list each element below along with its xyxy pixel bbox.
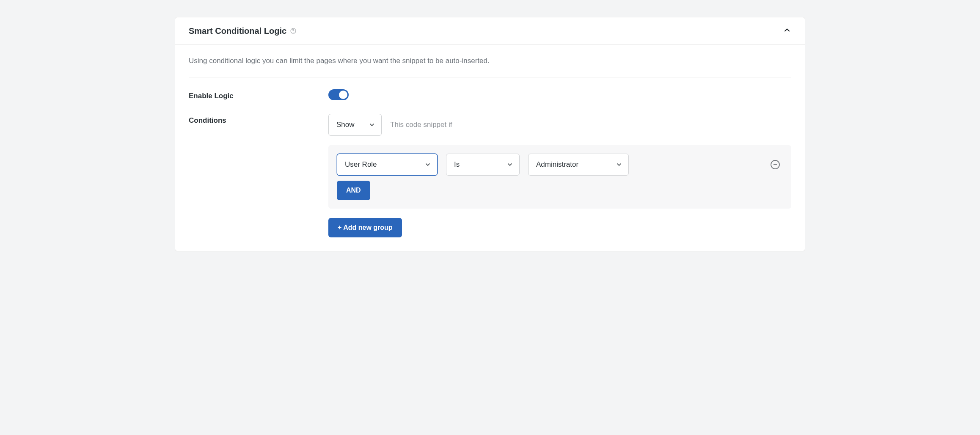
rule-value-select[interactable]: Administrator: [528, 154, 629, 176]
panel-title: Smart Conditional Logic: [189, 26, 286, 36]
enable-logic-label: Enable Logic: [189, 89, 328, 100]
conditions-label: Conditions: [189, 114, 328, 125]
rule-field-value: User Role: [345, 160, 377, 169]
chevron-down-icon: [424, 161, 431, 168]
conditions-content: Show This code snippet if User Role: [328, 114, 791, 237]
panel-title-wrap: Smart Conditional Logic: [189, 26, 297, 36]
toggle-handle: [339, 91, 347, 99]
condition-action-line: Show This code snippet if: [328, 114, 791, 136]
panel-body: Using conditional logic you can limit th…: [175, 45, 805, 251]
condition-rule: User Role Is Administrat: [337, 154, 783, 176]
rule-operator-value: Is: [454, 160, 460, 169]
rule-value-text: Administrator: [536, 160, 578, 169]
condition-helper-text: This code snippet if: [390, 121, 452, 129]
chevron-down-icon: [616, 161, 622, 168]
panel-header[interactable]: Smart Conditional Logic: [175, 17, 805, 45]
enable-logic-toggle[interactable]: [328, 89, 349, 100]
panel-description: Using conditional logic you can limit th…: [189, 57, 791, 77]
action-select[interactable]: Show: [328, 114, 382, 136]
chevron-down-icon: [507, 161, 513, 168]
conditional-logic-panel: Smart Conditional Logic Using conditiona…: [175, 17, 805, 251]
chevron-up-icon[interactable]: [783, 26, 791, 36]
condition-group: User Role Is Administrat: [328, 145, 791, 209]
svg-point-1: [293, 32, 294, 32]
enable-logic-row: Enable Logic: [189, 89, 791, 102]
action-select-value: Show: [336, 121, 355, 129]
help-icon[interactable]: [290, 28, 297, 34]
and-button[interactable]: AND: [337, 181, 370, 200]
rule-field-select[interactable]: User Role: [337, 154, 438, 176]
remove-rule-button[interactable]: [770, 160, 783, 170]
add-group-button[interactable]: + Add new group: [328, 218, 402, 237]
enable-logic-content: [328, 89, 791, 102]
chevron-down-icon: [369, 121, 375, 128]
rule-operator-select[interactable]: Is: [446, 154, 520, 176]
conditions-row: Conditions Show This code snippet if Use: [189, 114, 791, 237]
